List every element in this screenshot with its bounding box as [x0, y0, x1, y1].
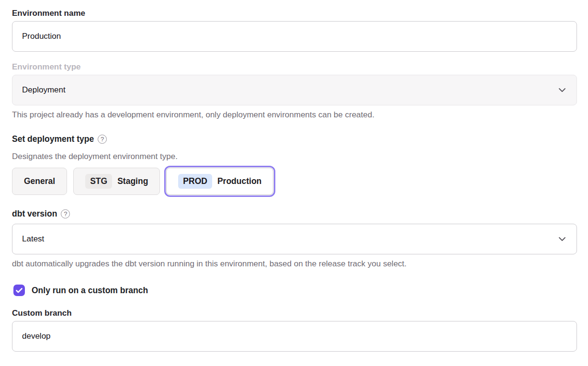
custom-branch-checkbox-label[interactable]: Only run on a custom branch — [32, 286, 148, 296]
deployment-type-general-label: General — [24, 176, 55, 186]
deployment-type-description: Designates the deployment environment ty… — [12, 151, 577, 162]
custom-branch-input[interactable] — [12, 321, 577, 352]
custom-branch-checkbox[interactable] — [13, 285, 25, 296]
field-environment-type: Environment type Deployment This project… — [12, 62, 577, 120]
section-deployment-type: Set deployment type ? Designates the dep… — [12, 134, 577, 195]
dbt-version-label: dbt version — [12, 208, 57, 219]
environment-name-label: Environment name — [12, 8, 577, 19]
deployment-type-general-button[interactable]: General — [12, 168, 67, 195]
deployment-type-staging-label: Staging — [117, 176, 148, 186]
checkmark-icon — [16, 288, 23, 293]
production-badge: PROD — [178, 174, 212, 189]
dbt-version-helper: dbt automatically upgrades the dbt versi… — [12, 259, 577, 269]
custom-branch-checkbox-row: Only run on a custom branch — [13, 285, 577, 296]
environment-settings-form: Environment name Environment type Deploy… — [0, 0, 588, 352]
dbt-version-value: Latest — [22, 234, 44, 244]
chevron-down-icon — [558, 88, 566, 92]
environment-type-select: Deployment — [12, 75, 577, 105]
deployment-type-staging-button[interactable]: STG Staging — [73, 168, 160, 195]
deployment-type-production-button[interactable]: PROD Production — [166, 168, 273, 195]
environment-name-input[interactable] — [12, 21, 577, 52]
environment-type-label: Environment type — [12, 62, 577, 72]
staging-badge: STG — [85, 174, 112, 189]
deployment-type-button-group: General STG Staging PROD Production — [12, 168, 577, 195]
deployment-type-production-label: Production — [217, 176, 261, 186]
field-custom-branch: Custom branch — [12, 308, 577, 352]
help-icon[interactable]: ? — [61, 209, 70, 218]
environment-type-helper: This project already has a development e… — [12, 110, 577, 120]
field-environment-name: Environment name — [12, 8, 577, 52]
field-dbt-version: dbt version ? Latest dbt automatically u… — [12, 208, 577, 269]
custom-branch-label: Custom branch — [12, 308, 577, 319]
help-icon[interactable]: ? — [98, 135, 107, 144]
environment-type-value: Deployment — [22, 85, 66, 95]
deployment-type-heading: Set deployment type — [12, 134, 94, 144]
dbt-version-select[interactable]: Latest — [12, 224, 577, 254]
chevron-down-icon — [558, 237, 566, 241]
